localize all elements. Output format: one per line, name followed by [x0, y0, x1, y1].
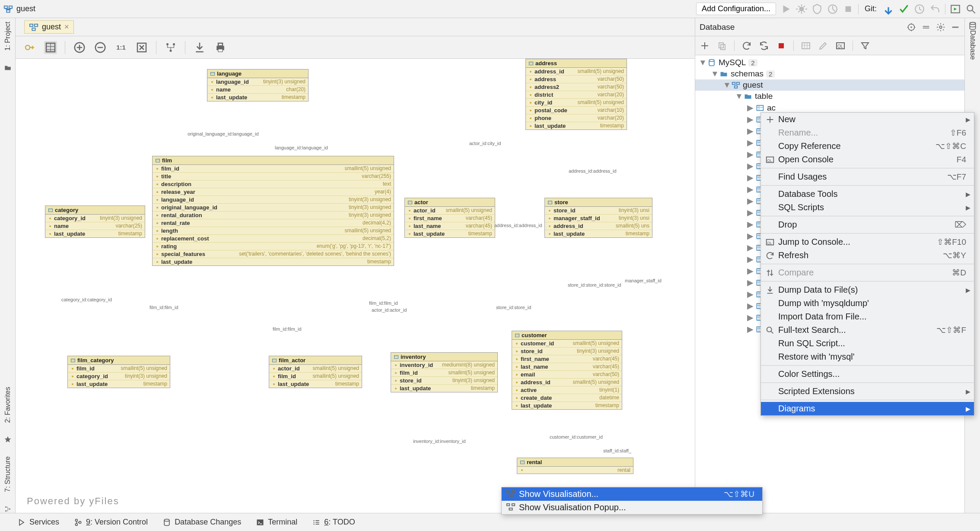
- entity-film_actor[interactable]: film_actoractor_idsmallint(5) unsignedfi…: [269, 356, 362, 388]
- tree-schema-guest[interactable]: ▼guest: [695, 79, 964, 91]
- ql-console-icon[interactable]: QL: [835, 41, 846, 51]
- add-configuration-button[interactable]: Add Configuration...: [696, 3, 776, 15]
- coverage-icon[interactable]: [811, 3, 823, 15]
- menu-item[interactable]: Color Settings...: [761, 367, 974, 381]
- vcs-tool[interactable]: 9: Version Control: [74, 518, 148, 527]
- svg-rect-99: [802, 43, 810, 49]
- menu-item[interactable]: New▶: [761, 113, 974, 126]
- todo-tool[interactable]: 6: TODO: [312, 518, 355, 527]
- entity-film_category[interactable]: film_categoryfilm_idsmallint(5) unsigned…: [67, 356, 170, 388]
- tree-schemas[interactable]: ▼schemas2: [695, 68, 964, 79]
- menu-item[interactable]: Run SQL Script...: [761, 337, 974, 350]
- svg-rect-15: [32, 28, 35, 30]
- search-everywhere-icon[interactable]: [965, 3, 977, 15]
- ide-scripting-icon[interactable]: [950, 3, 961, 15]
- duplicate-icon[interactable]: [717, 41, 727, 51]
- git-update-icon[interactable]: [883, 3, 894, 15]
- menu-item[interactable]: Refresh⌥⌘Y: [761, 249, 974, 262]
- add-icon[interactable]: [700, 41, 710, 51]
- menu-item[interactable]: Show Visualisation...⌥⇧⌘U: [502, 487, 762, 501]
- print-icon[interactable]: [214, 41, 227, 54]
- svg-rect-5: [845, 6, 851, 12]
- entity-inventory[interactable]: inventoryinventory_idmediumint(8) unsign…: [391, 352, 498, 392]
- entity-film[interactable]: filmfilm_idsmallint(5) unsignedtitlevarc…: [152, 156, 394, 266]
- entity-actor[interactable]: actoractor_idsmallint(5) unsignedfirst_n…: [404, 198, 495, 238]
- menu-item[interactable]: Restore with 'mysql': [761, 350, 974, 363]
- zoom-in-icon[interactable]: [73, 41, 86, 54]
- collapse-icon[interactable]: [921, 22, 931, 32]
- svg-point-73: [273, 367, 275, 369]
- fk-label: language_id:language_id: [275, 145, 328, 150]
- gear-icon[interactable]: [936, 22, 945, 32]
- tree-datasource[interactable]: ▼MySQL2: [695, 57, 964, 68]
- menu-item[interactable]: Drop⌦: [761, 218, 974, 231]
- layout-icon[interactable]: [164, 41, 177, 54]
- menu-item[interactable]: Import Data from File...: [761, 310, 974, 323]
- menu-item[interactable]: Dump with 'mysqldump': [761, 297, 974, 310]
- svg-rect-25: [218, 43, 223, 46]
- zoom-actual-button[interactable]: 1:1: [115, 41, 127, 54]
- menu-item[interactable]: QLOpen ConsoleF4: [761, 153, 974, 166]
- entity-store[interactable]: storestore_idtinyint(3) unsimanager_staf…: [544, 198, 652, 238]
- project-tool[interactable]: 1: Project: [4, 22, 12, 51]
- debug-icon[interactable]: [796, 3, 807, 15]
- svg-point-28: [211, 81, 213, 82]
- export-icon[interactable]: [193, 41, 206, 54]
- fk-label: actor_id:actor_id: [372, 307, 407, 313]
- key-columns-icon[interactable]: [23, 41, 36, 54]
- run-icon[interactable]: [780, 3, 792, 15]
- svg-point-39: [156, 222, 158, 224]
- refresh-icon[interactable]: [741, 41, 752, 51]
- svg-rect-135: [512, 503, 515, 506]
- profile-icon[interactable]: [827, 3, 838, 15]
- db-changes-tool[interactable]: Database Changes: [162, 518, 241, 527]
- breadcrumb[interactable]: guest: [16, 4, 35, 13]
- svg-point-46: [49, 217, 51, 219]
- structure-tool[interactable]: 7: Structure: [4, 456, 12, 492]
- git-history-icon[interactable]: [914, 3, 925, 15]
- terminal-tool[interactable]: Terminal: [256, 518, 297, 527]
- services-tool[interactable]: Services: [17, 518, 59, 527]
- context-submenu-diagrams[interactable]: Show Visualisation...⌥⇧⌘UShow Visualisat…: [501, 487, 763, 515]
- fk-label: customer_id:customer_id: [550, 434, 603, 439]
- tree-tables[interactable]: ▼table: [695, 91, 964, 102]
- entity-language[interactable]: languagelanguage_idtinyint(3) unsignedna…: [207, 69, 309, 101]
- close-tab-icon[interactable]: ×: [64, 22, 69, 32]
- menu-item[interactable]: SQL Scripts▶: [761, 201, 974, 214]
- hide-icon[interactable]: [951, 22, 960, 32]
- menu-item[interactable]: Full-text Search...⌥⇧⌘F: [761, 323, 974, 337]
- target-icon[interactable]: [907, 22, 916, 32]
- tree-table[interactable]: ▶ac: [695, 102, 964, 114]
- git-rollback-icon[interactable]: [929, 3, 941, 15]
- entity-rental[interactable]: rentalrental: [517, 458, 633, 474]
- editor-tab-guest[interactable]: guest ×: [24, 20, 74, 34]
- table-icon[interactable]: [801, 41, 811, 51]
- menu-item[interactable]: Diagrams▶: [761, 402, 974, 415]
- entity-customer[interactable]: customercustomer_idsmallint(5) unsigneds…: [512, 331, 622, 410]
- edit-icon[interactable]: [818, 41, 828, 51]
- menu-item[interactable]: Scripted Extensions▶: [761, 385, 974, 398]
- git-commit-icon[interactable]: [898, 3, 910, 15]
- menu-item[interactable]: QLJump to Console...⇧⌘F10: [761, 235, 974, 249]
- entity-address[interactable]: addressaddress_idsmallint(5) unsignedadd…: [525, 59, 627, 130]
- filter-icon[interactable]: [860, 41, 870, 51]
- svg-rect-133: [509, 494, 512, 496]
- favorites-tool[interactable]: 2: Favorites: [4, 387, 12, 423]
- entity-category[interactable]: categorycategory_idtinyint(3) unsignedna…: [45, 205, 145, 238]
- svg-rect-105: [735, 86, 738, 88]
- fk-label: address_id:address_id: [494, 223, 542, 228]
- context-menu[interactable]: New▶Rename...⇧F6Copy Reference⌥⇧⌘CQLOpen…: [760, 112, 974, 416]
- menu-item[interactable]: Database Tools▶: [761, 187, 974, 201]
- sync-icon[interactable]: [759, 41, 769, 51]
- stop-icon[interactable]: [843, 3, 854, 15]
- fit-content-icon[interactable]: [135, 41, 148, 54]
- menu-item[interactable]: Dump Data to File(s)▶: [761, 283, 974, 297]
- menu-item[interactable]: Find Usages⌥F7: [761, 170, 974, 183]
- database-tool[interactable]: Database: [969, 30, 977, 60]
- menu-item[interactable]: Copy Reference⌥⇧⌘C: [761, 139, 974, 153]
- menu-item[interactable]: Show Visualisation Popup...: [502, 501, 762, 514]
- stop-icon[interactable]: [776, 41, 786, 51]
- all-columns-icon[interactable]: [44, 41, 57, 54]
- zoom-out-icon[interactable]: [94, 41, 107, 54]
- svg-point-11: [9, 509, 10, 510]
